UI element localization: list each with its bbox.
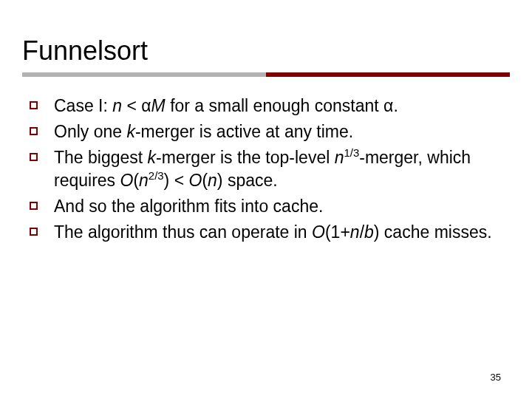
bullet-text: The algorithm thus can operate in O(1+n/…	[54, 221, 502, 244]
slide-title: Funnelsort	[22, 35, 510, 72]
bullet-item: The algorithm thus can operate in O(1+n/…	[30, 221, 502, 244]
slide: Funnelsort Case I: n < αM for a small en…	[0, 0, 532, 399]
rule-right	[266, 72, 510, 77]
bullet-text: Only one k-merger is active at any time.	[54, 120, 502, 143]
bullet-item: Only one k-merger is active at any time.	[30, 120, 502, 143]
rule-left	[22, 72, 266, 77]
square-bullet-icon	[30, 202, 38, 210]
bullet-text: And so the algorithm fits into cache.	[54, 195, 502, 218]
square-bullet-icon	[30, 228, 38, 236]
title-rule	[22, 72, 510, 77]
square-bullet-icon	[30, 127, 38, 135]
square-bullet-icon	[30, 153, 38, 161]
bullet-item: The biggest k-merger is the top-level n1…	[30, 146, 502, 192]
square-bullet-icon	[30, 101, 38, 109]
bullet-text: Case I: n < αM for a small enough consta…	[54, 95, 502, 117]
page-number: 35	[491, 372, 501, 383]
bullet-item: And so the algorithm fits into cache.	[30, 195, 502, 218]
bullet-item: Case I: n < αM for a small enough consta…	[30, 95, 502, 117]
bullet-text: The biggest k-merger is the top-level n1…	[54, 146, 502, 192]
bullet-list: Case I: n < αM for a small enough consta…	[0, 77, 532, 244]
title-block: Funnelsort	[0, 0, 532, 72]
